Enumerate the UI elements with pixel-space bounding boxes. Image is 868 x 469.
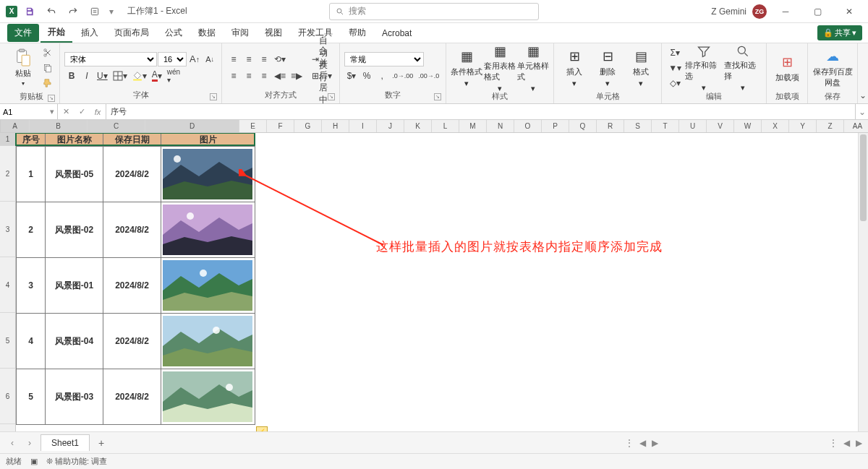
column-header[interactable]: L (432, 120, 459, 132)
macro-record-icon[interactable]: ▣ (30, 457, 38, 466)
fill-color-button[interactable]: ▾ (130, 69, 149, 83)
underline-button[interactable]: U▾ (95, 69, 110, 83)
cell-styles[interactable]: ▦单元格样式▾ (517, 45, 549, 91)
insert-cells[interactable]: ⊞插入▾ (558, 45, 590, 91)
cell-name[interactable]: 风景图-01 (46, 258, 103, 314)
tab-scroll-right[interactable]: ▶ (652, 438, 658, 448)
tab-scroll-menu-2[interactable]: ⋮ (829, 438, 838, 448)
column-header[interactable]: D (145, 120, 239, 132)
row-header[interactable]: 4 (0, 257, 16, 313)
header-image[interactable]: 图片 (161, 134, 255, 147)
cell-date[interactable]: 2024/8/2 (103, 369, 161, 425)
cell-image[interactable] (161, 202, 255, 258)
conditional-formatting[interactable]: ▦条件格式▾ (451, 45, 482, 91)
cell-image[interactable] (161, 258, 255, 314)
percent-format[interactable]: % (359, 69, 374, 83)
copy-button[interactable] (41, 61, 55, 75)
tab-home[interactable]: 开始 (41, 23, 72, 43)
find-select[interactable]: 查找和选择▾ (724, 45, 762, 91)
tab-formulas[interactable]: 公式 (158, 24, 190, 42)
column-header[interactable]: F (267, 120, 294, 132)
column-header[interactable]: X (762, 120, 789, 132)
merge-center[interactable]: ⊞ 合并后居中 ▾ (309, 69, 335, 83)
cell-name[interactable]: 风景图-02 (46, 202, 103, 258)
border-button[interactable]: ▾ (111, 69, 129, 83)
row-header[interactable] (0, 424, 16, 431)
format-as-table[interactable]: ▦套用表格格式▾ (484, 45, 516, 91)
tab-scroll-right-2[interactable]: ▶ (856, 438, 862, 448)
tab-page-layout[interactable]: 页面布局 (107, 24, 156, 42)
cell-name[interactable]: 风景图-04 (46, 314, 103, 369)
smart-tag-icon[interactable]: ⚡ (256, 426, 268, 431)
minimize-button[interactable]: ─ (773, 1, 799, 22)
cancel-formula[interactable]: ✕ (58, 107, 74, 116)
column-header[interactable]: M (459, 120, 487, 132)
tab-developer[interactable]: 开发工具 (291, 24, 340, 42)
column-header[interactable]: U (679, 120, 707, 132)
align-right[interactable]: ≡ (257, 69, 271, 83)
column-header[interactable]: J (377, 120, 404, 132)
column-header[interactable]: R (597, 120, 624, 132)
tab-review[interactable]: 审阅 (224, 24, 256, 42)
format-painter-button[interactable] (41, 76, 55, 90)
column-header[interactable]: E (239, 120, 267, 132)
column-header[interactable]: C (88, 120, 145, 132)
font-color-button[interactable]: A▾ (150, 69, 164, 83)
column-header[interactable]: O (514, 120, 542, 132)
collapse-ribbon[interactable]: ⌄ (858, 43, 868, 103)
font-launcher[interactable]: ↘ (210, 93, 217, 100)
bold-button[interactable]: B (64, 69, 79, 83)
user-avatar[interactable]: ZG (752, 4, 767, 19)
comma-format[interactable]: , (375, 69, 389, 83)
search-input[interactable]: 搜索 (329, 3, 539, 20)
autosum[interactable]: Σ▾ (666, 46, 684, 60)
alignment-launcher[interactable]: ↘ (328, 93, 335, 100)
cell-seq[interactable]: 1 (17, 147, 46, 202)
cell-date[interactable]: 2024/8/2 (103, 258, 161, 314)
orientation[interactable]: ⟲▾ (272, 52, 288, 66)
undo-button[interactable] (42, 2, 61, 21)
column-header[interactable]: K (404, 120, 432, 132)
close-button[interactable]: ✕ (836, 1, 862, 22)
column-header[interactable]: Y (789, 120, 817, 132)
increase-decimal[interactable]: .0→.00 (390, 69, 415, 83)
tab-view[interactable]: 视图 (258, 24, 289, 42)
column-header[interactable]: P (542, 120, 569, 132)
clipboard-launcher[interactable]: ↘ (48, 95, 55, 102)
formula-input[interactable]: 序号 (106, 104, 855, 119)
align-bottom[interactable]: ≡ (257, 52, 271, 66)
share-button[interactable]: 🔒 共享 ▾ (817, 25, 862, 40)
cell-seq[interactable]: 5 (17, 369, 46, 425)
align-top[interactable]: ≡ (226, 52, 241, 66)
column-header[interactable]: S (624, 120, 652, 132)
add-sheet-button[interactable]: + (94, 436, 109, 450)
header-date[interactable]: 保存日期 (103, 134, 161, 147)
header-name[interactable]: 图片名称 (46, 134, 103, 147)
row-header[interactable]: 5 (0, 313, 16, 369)
column-header[interactable]: I (349, 120, 377, 132)
number-format-combo[interactable]: 常规 (344, 52, 424, 66)
column-header[interactable]: W (734, 120, 762, 132)
row-header[interactable]: 3 (0, 202, 16, 257)
cell-date[interactable]: 2024/8/2 (103, 314, 161, 369)
delete-cells[interactable]: ⊟删除▾ (592, 45, 624, 91)
cell-seq[interactable]: 4 (17, 314, 46, 369)
increase-font-button[interactable]: A↑ (187, 52, 202, 66)
italic-button[interactable]: I (80, 69, 94, 83)
tab-scroll-left-2[interactable]: ◀ (843, 438, 850, 448)
cut-button[interactable] (41, 46, 55, 60)
cell-image[interactable] (161, 147, 255, 202)
increase-indent[interactable]: ≡▶ (289, 69, 305, 83)
row-header[interactable]: 1 (0, 133, 16, 146)
row-header[interactable]: 6 (0, 369, 16, 424)
column-header[interactable]: N (487, 120, 514, 132)
tab-acrobat[interactable]: Acrobat (375, 25, 419, 41)
clear[interactable]: ◇▾ (666, 76, 684, 90)
fill[interactable]: ▼▾ (666, 61, 684, 75)
cell-name[interactable]: 风景图-03 (46, 369, 103, 425)
align-center[interactable]: ≡ (242, 69, 256, 83)
cell-name[interactable]: 风景图-05 (46, 147, 103, 202)
tab-help[interactable]: 帮助 (341, 24, 373, 42)
column-header[interactable]: AA (844, 120, 868, 132)
name-box[interactable]: ▾ (0, 104, 58, 119)
